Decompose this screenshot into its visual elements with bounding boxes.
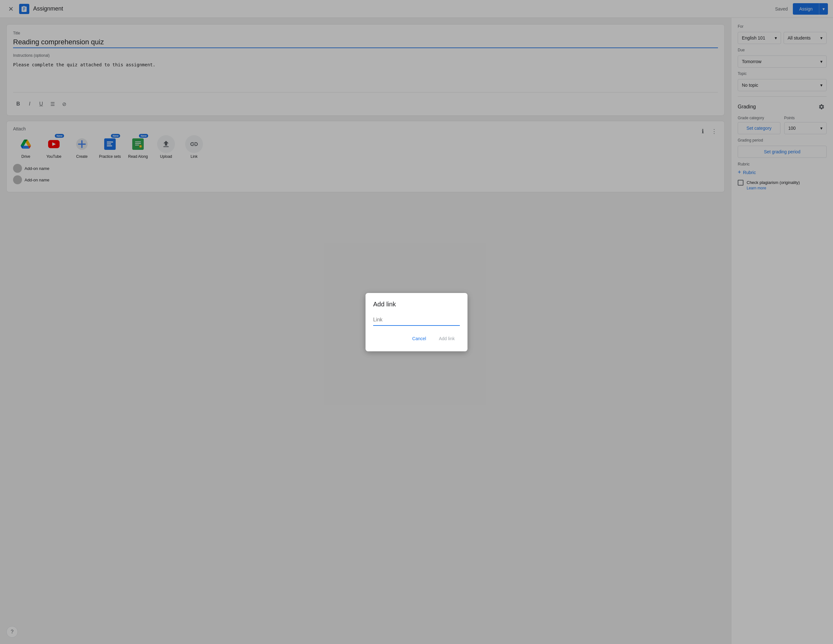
modal-add-link-button[interactable]: Add link (434, 333, 460, 344)
modal-actions: Cancel Add link (373, 333, 460, 344)
modal-input-wrapper (373, 314, 460, 326)
modal-title: Add link (373, 301, 460, 308)
modal-overlay[interactable]: Add link Cancel Add link (0, 0, 833, 644)
modal-cancel-button[interactable]: Cancel (407, 333, 431, 344)
link-input[interactable] (373, 314, 460, 325)
add-link-modal: Add link Cancel Add link (365, 293, 468, 351)
